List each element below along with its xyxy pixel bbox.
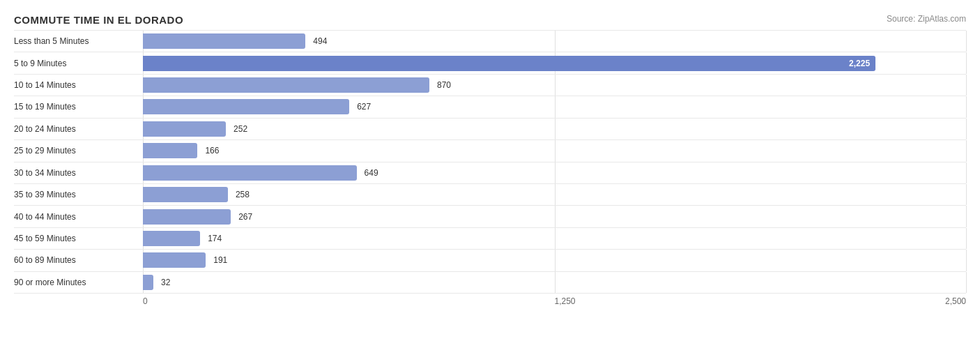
bar-wrapper: 2,225	[143, 52, 966, 73]
bar-wrapper: 252	[143, 119, 966, 139]
bar-wrapper: 627	[143, 96, 966, 117]
bar-label: 25 to 29 Minutes	[14, 146, 143, 156]
bar-value: 494	[309, 36, 327, 46]
bar-row: 10 to 14 Minutes870	[14, 75, 966, 96]
bar: 267	[143, 209, 231, 225]
bar-wrapper: 494	[143, 31, 966, 52]
bar: 32	[143, 275, 153, 290]
bar-label: 90 or more Minutes	[14, 278, 143, 287]
bar-row: 35 to 39 Minutes258	[14, 184, 966, 206]
bar-wrapper: 191	[143, 250, 966, 271]
bar-label: 10 to 14 Minutes	[14, 80, 143, 90]
bar: 174	[143, 231, 200, 246]
bar-row: 40 to 44 Minutes267	[14, 206, 966, 227]
bar-value: 267	[235, 212, 252, 222]
bar: 258	[143, 187, 228, 202]
bar-label: 45 to 59 Minutes	[14, 234, 143, 243]
bar: 252	[143, 121, 226, 137]
chart-container: COMMUTE TIME IN EL DORADO Source: ZipAtl…	[0, 0, 980, 364]
bar-wrapper: 174	[143, 228, 966, 249]
x-axis: 01,2502,500	[143, 296, 966, 310]
bar-row: Less than 5 Minutes494	[14, 30, 966, 52]
bar: 494	[143, 33, 305, 49]
bar: 166	[143, 143, 197, 158]
x-axis-label: 1,250	[555, 296, 576, 306]
bar-row: 5 to 9 Minutes2,225	[14, 52, 966, 74]
bar-label: 35 to 39 Minutes	[14, 190, 143, 199]
bar-value: 649	[361, 168, 378, 178]
bar-value: 258	[232, 190, 250, 199]
bar-row: 60 to 89 Minutes191	[14, 250, 966, 271]
bar-wrapper: 258	[143, 184, 966, 205]
bar-row: 90 or more Minutes32	[14, 272, 966, 294]
bar-value: 252	[230, 124, 247, 134]
bars-area: Less than 5 Minutes4945 to 9 Minutes2,22…	[14, 30, 966, 294]
chart-area: Less than 5 Minutes4945 to 9 Minutes2,22…	[14, 30, 966, 310]
bar-row: 15 to 19 Minutes627	[14, 96, 966, 118]
bar-label: Less than 5 Minutes	[14, 36, 143, 46]
bar-wrapper: 870	[143, 75, 966, 96]
chart-title: COMMUTE TIME IN EL DORADO	[14, 14, 966, 26]
bar: 2,225	[143, 56, 875, 71]
bar-label: 30 to 34 Minutes	[14, 168, 143, 178]
bar-row: 30 to 34 Minutes649	[14, 162, 966, 184]
bar-label: 60 to 89 Minutes	[14, 255, 143, 265]
chart-source: Source: ZipAtlas.com	[887, 14, 966, 24]
bar-wrapper: 267	[143, 206, 966, 227]
bar-value: 174	[204, 234, 222, 243]
bar-label: 15 to 19 Minutes	[14, 102, 143, 112]
bar-row: 25 to 29 Minutes166	[14, 140, 966, 162]
x-axis-label: 2,500	[945, 296, 966, 306]
bar-label: 5 to 9 Minutes	[14, 59, 143, 68]
bar-value: 166	[201, 146, 219, 156]
bar-value: 627	[353, 102, 371, 112]
bar-label: 40 to 44 Minutes	[14, 212, 143, 222]
bar-wrapper: 649	[143, 162, 966, 183]
bar-value: 191	[210, 255, 227, 265]
bar-value: 2,225	[849, 59, 870, 68]
bar-wrapper: 32	[143, 272, 966, 293]
bar-value: 32	[158, 278, 170, 287]
x-axis-label: 0	[143, 296, 148, 306]
bar-row: 45 to 59 Minutes174	[14, 228, 966, 250]
bar: 649	[143, 165, 357, 181]
bar-value: 870	[434, 80, 451, 90]
bar-wrapper: 166	[143, 140, 966, 161]
bar-row: 20 to 24 Minutes252	[14, 119, 966, 140]
bar: 191	[143, 252, 206, 268]
bar: 627	[143, 99, 349, 114]
bar-label: 20 to 24 Minutes	[14, 124, 143, 134]
bar: 870	[143, 77, 429, 93]
